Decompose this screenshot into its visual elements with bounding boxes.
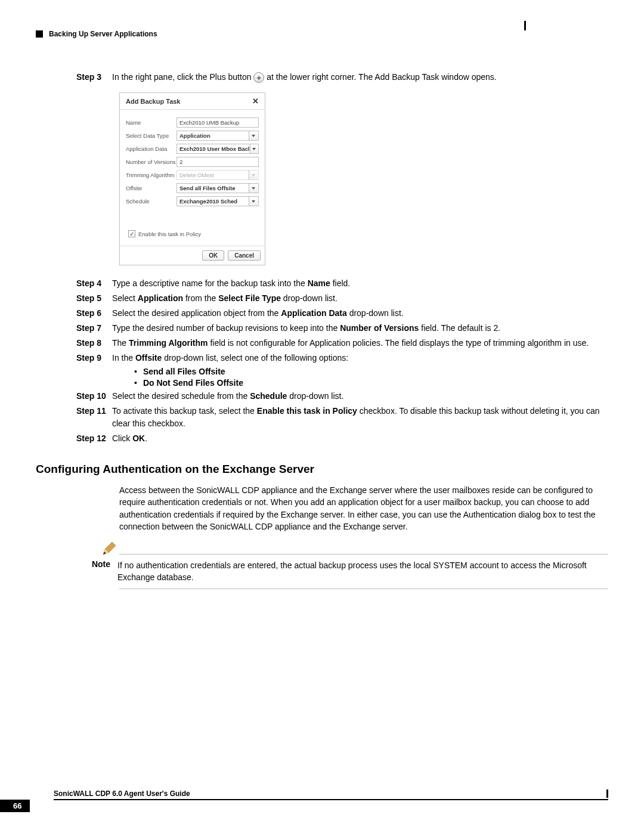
step3-text-after: at the lower right corner. The Add Backu…	[267, 72, 497, 82]
enable-policy-checkbox[interactable]: ✓	[128, 230, 135, 237]
step-3: Step 3 In the right pane, click the Plus…	[76, 71, 608, 83]
step-label: Step 4	[76, 277, 112, 290]
list-item: •Do Not Send Files Offsite	[134, 378, 608, 388]
step-text: Select the desired application object fr…	[112, 307, 608, 320]
number-versions-label: Number of Versions	[126, 159, 177, 165]
step-text: To activate this backup task, select the…	[112, 405, 608, 430]
step-label: Step 5	[76, 292, 112, 305]
section-heading: Configuring Authentication on the Exchan…	[36, 463, 608, 476]
cancel-button[interactable]: Cancel	[228, 250, 261, 261]
step-label: Step 3	[76, 71, 112, 83]
chevron-down-icon	[250, 144, 258, 153]
offsite-options-list: •Send all Files Offsite •Do Not Send Fil…	[134, 367, 608, 388]
dialog-footer: OK Cancel	[120, 246, 265, 265]
number-versions-field[interactable]: 2	[177, 157, 259, 167]
step-10: Step 10 Select the desired schedule from…	[76, 390, 608, 402]
note-block: Note If no authentication credentials ar…	[83, 541, 608, 589]
application-data-label: Application Data	[126, 145, 177, 152]
step-text: In the Offsite drop-down list, select on…	[112, 352, 608, 364]
step-text: Type the desired number of backup revisi…	[112, 322, 608, 335]
note-label: Note	[83, 559, 110, 569]
step-label: Step 9	[76, 352, 112, 364]
step-4: Step 4 Type a descriptive name for the b…	[76, 277, 608, 290]
add-backup-task-dialog: Add Backup Task ✕ Name Exch2010 UMB Back…	[119, 92, 265, 265]
list-item: •Send all Files Offsite	[134, 367, 608, 376]
chevron-down-icon	[249, 197, 258, 206]
step-label: Step 12	[76, 432, 112, 445]
trimming-label: Trimming Algorithm	[126, 172, 177, 178]
schedule-label: Schedule	[126, 198, 177, 205]
guide-title: SonicWALL CDP 6.0 Agent User's Guide	[54, 789, 608, 800]
step-text: In the right pane, click the Plus button…	[112, 71, 608, 83]
step-8: Step 8 The Trimming Algorithm field is n…	[76, 337, 608, 349]
note-rule-top	[119, 554, 608, 555]
chevron-down-icon	[249, 131, 258, 140]
chevron-down-icon	[249, 184, 258, 193]
enable-policy-label: Enable this task in Policy	[138, 231, 201, 237]
step-5: Step 5 Select Application from the Selec…	[76, 292, 608, 305]
dialog-title: Add Backup Task	[126, 98, 181, 105]
name-label: Name	[126, 119, 177, 126]
trimming-dropdown: Delete Oldest	[177, 170, 259, 180]
offsite-dropdown[interactable]: Send all Files Offsite	[177, 183, 259, 193]
step-text: Click OK.	[112, 432, 608, 445]
name-field[interactable]: Exch2010 UMB Backup	[177, 117, 259, 128]
step-label: Step 6	[76, 307, 112, 320]
chevron-down-icon	[249, 171, 258, 179]
chapter-title: Backing Up Server Applications	[49, 30, 157, 38]
step-7: Step 7 Type the desired number of backup…	[76, 322, 608, 335]
step-9: Step 9 In the Offsite drop-down list, se…	[76, 352, 608, 364]
step-label: Step 11	[76, 405, 112, 430]
select-data-type-dropdown[interactable]: Application	[177, 131, 259, 141]
select-data-type-label: Select Data Type	[126, 132, 177, 139]
dialog-titlebar: Add Backup Task ✕	[120, 93, 265, 110]
step-12: Step 12 Click OK.	[76, 432, 608, 445]
step-text: Select the desired schedule from the Sch…	[112, 390, 608, 402]
dialog-body: Name Exch2010 UMB Backup Select Data Typ…	[120, 110, 265, 246]
header-square-icon	[36, 30, 43, 38]
step-11: Step 11 To activate this backup task, se…	[76, 405, 608, 430]
schedule-dropdown[interactable]: Exchange2010 Sched	[177, 196, 259, 206]
step-text: Select Application from the Select File …	[112, 292, 608, 305]
note-text: If no authentication credentials are ent…	[117, 559, 608, 584]
step3-text-before: In the right pane, click the Plus button	[112, 72, 253, 82]
pencil-icon	[101, 541, 117, 556]
ok-button[interactable]: OK	[202, 250, 224, 261]
page-footer: SonicWALL CDP 6.0 Agent User's Guide 66	[0, 789, 608, 812]
section-paragraph: Access between the SonicWALL CDP applian…	[119, 484, 608, 532]
crop-mark	[524, 21, 526, 30]
step-6: Step 6 Select the desired application ob…	[76, 307, 608, 320]
page-number: 66	[0, 800, 30, 812]
step-text: Type a descriptive name for the backup t…	[112, 277, 608, 290]
close-icon[interactable]: ✕	[252, 97, 259, 106]
chapter-header: Backing Up Server Applications	[36, 30, 608, 38]
offsite-label: Offsite	[126, 185, 177, 191]
plus-icon: +	[253, 72, 264, 83]
step-text: The Trimming Algorithm field is not conf…	[112, 337, 608, 349]
step-label: Step 10	[76, 390, 112, 402]
application-data-dropdown[interactable]: Exch2010 User Mbox Bacl	[177, 144, 259, 154]
enable-policy-row: ✓ Enable this task in Policy	[128, 230, 259, 237]
note-rule-bottom	[119, 589, 608, 589]
step-label: Step 7	[76, 322, 112, 335]
footer-crop-mark	[606, 789, 608, 798]
step-label: Step 8	[76, 337, 112, 349]
